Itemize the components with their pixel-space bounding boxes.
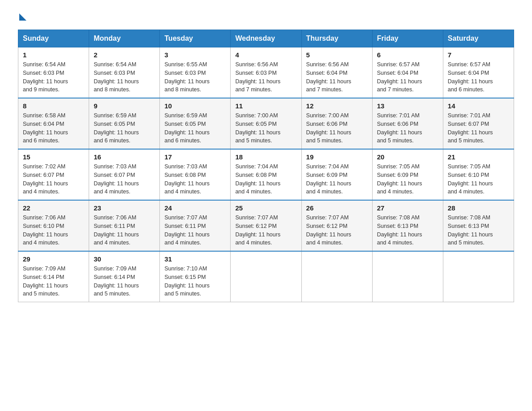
day-number: 3	[164, 51, 226, 59]
day-info: Sunrise: 7:07 AM Sunset: 6:11 PM Dayligh…	[164, 214, 226, 247]
day-info: Sunrise: 7:08 AM Sunset: 6:13 PM Dayligh…	[448, 214, 509, 247]
calendar-cell: 26 Sunrise: 7:07 AM Sunset: 6:12 PM Dayl…	[301, 200, 372, 251]
day-number: 8	[23, 102, 84, 110]
day-number: 22	[23, 204, 84, 212]
day-number: 27	[377, 204, 438, 212]
calendar-cell: 3 Sunrise: 6:55 AM Sunset: 6:03 PM Dayli…	[160, 47, 231, 98]
day-number: 20	[377, 153, 438, 161]
day-number: 12	[306, 102, 368, 110]
day-number: 14	[448, 102, 509, 110]
calendar-cell: 27 Sunrise: 7:08 AM Sunset: 6:13 PM Dayl…	[372, 200, 443, 251]
calendar-cell: 5 Sunrise: 6:56 AM Sunset: 6:04 PM Dayli…	[301, 47, 372, 98]
calendar-cell: 16 Sunrise: 7:03 AM Sunset: 6:07 PM Dayl…	[89, 149, 160, 200]
day-info: Sunrise: 7:05 AM Sunset: 6:09 PM Dayligh…	[377, 163, 438, 196]
day-info: Sunrise: 6:58 AM Sunset: 6:04 PM Dayligh…	[23, 111, 84, 145]
day-number: 10	[164, 102, 226, 110]
day-info: Sunrise: 7:04 AM Sunset: 6:08 PM Dayligh…	[235, 163, 296, 196]
calendar-cell: 8 Sunrise: 6:58 AM Sunset: 6:04 PM Dayli…	[18, 98, 89, 149]
day-info: Sunrise: 7:06 AM Sunset: 6:11 PM Dayligh…	[94, 214, 155, 247]
calendar-cell: 11 Sunrise: 7:00 AM Sunset: 6:05 PM Dayl…	[231, 98, 301, 149]
day-number: 31	[164, 255, 226, 263]
day-info: Sunrise: 7:04 AM Sunset: 6:09 PM Dayligh…	[306, 163, 368, 196]
day-number: 11	[235, 102, 296, 110]
logo	[18, 13, 26, 21]
day-number: 30	[94, 255, 155, 263]
calendar-cell: 29 Sunrise: 7:09 AM Sunset: 6:14 PM Dayl…	[18, 251, 89, 302]
day-number: 9	[94, 102, 155, 110]
weekday-header-wednesday: Wednesday	[231, 30, 301, 47]
calendar-cell: 21 Sunrise: 7:05 AM Sunset: 6:10 PM Dayl…	[443, 149, 514, 200]
day-number: 18	[235, 153, 296, 161]
day-info: Sunrise: 7:00 AM Sunset: 6:05 PM Dayligh…	[235, 111, 296, 145]
day-info: Sunrise: 6:55 AM Sunset: 6:03 PM Dayligh…	[164, 60, 226, 94]
calendar-cell: 19 Sunrise: 7:04 AM Sunset: 6:09 PM Dayl…	[301, 149, 372, 200]
calendar-cell: 7 Sunrise: 6:57 AM Sunset: 6:04 PM Dayli…	[443, 47, 514, 98]
day-info: Sunrise: 6:59 AM Sunset: 6:05 PM Dayligh…	[164, 111, 226, 145]
day-number: 25	[235, 204, 296, 212]
day-number: 28	[448, 204, 509, 212]
calendar-cell: 30 Sunrise: 7:09 AM Sunset: 6:14 PM Dayl…	[89, 251, 160, 302]
calendar-cell: 2 Sunrise: 6:54 AM Sunset: 6:03 PM Dayli…	[89, 47, 160, 98]
calendar-week-5: 29 Sunrise: 7:09 AM Sunset: 6:14 PM Dayl…	[18, 251, 514, 302]
day-info: Sunrise: 6:54 AM Sunset: 6:03 PM Dayligh…	[23, 60, 84, 94]
weekday-header-thursday: Thursday	[301, 30, 372, 47]
day-number: 1	[23, 51, 84, 59]
calendar-cell: 12 Sunrise: 7:00 AM Sunset: 6:06 PM Dayl…	[301, 98, 372, 149]
day-info: Sunrise: 7:02 AM Sunset: 6:07 PM Dayligh…	[23, 163, 84, 196]
calendar-cell: 17 Sunrise: 7:03 AM Sunset: 6:08 PM Dayl…	[160, 149, 231, 200]
day-info: Sunrise: 7:03 AM Sunset: 6:07 PM Dayligh…	[94, 163, 155, 196]
day-number: 5	[306, 51, 368, 59]
day-info: Sunrise: 7:06 AM Sunset: 6:10 PM Dayligh…	[23, 214, 84, 247]
day-info: Sunrise: 6:57 AM Sunset: 6:04 PM Dayligh…	[448, 60, 509, 94]
calendar-cell: 14 Sunrise: 7:01 AM Sunset: 6:07 PM Dayl…	[443, 98, 514, 149]
day-info: Sunrise: 7:10 AM Sunset: 6:15 PM Dayligh…	[164, 265, 226, 298]
calendar-cell: 6 Sunrise: 6:57 AM Sunset: 6:04 PM Dayli…	[372, 47, 443, 98]
day-number: 24	[164, 204, 226, 212]
day-number: 6	[377, 51, 438, 59]
calendar-cell: 28 Sunrise: 7:08 AM Sunset: 6:13 PM Dayl…	[443, 200, 514, 251]
day-number: 29	[23, 255, 84, 263]
day-number: 4	[235, 51, 296, 59]
weekday-header-friday: Friday	[372, 30, 443, 47]
calendar-cell	[231, 251, 301, 302]
calendar-week-4: 22 Sunrise: 7:06 AM Sunset: 6:10 PM Dayl…	[18, 200, 514, 251]
calendar-week-3: 15 Sunrise: 7:02 AM Sunset: 6:07 PM Dayl…	[18, 149, 514, 200]
day-number: 15	[23, 153, 84, 161]
day-info: Sunrise: 6:57 AM Sunset: 6:04 PM Dayligh…	[377, 60, 438, 94]
day-info: Sunrise: 7:01 AM Sunset: 6:06 PM Dayligh…	[377, 111, 438, 145]
day-number: 2	[94, 51, 155, 59]
calendar-cell: 15 Sunrise: 7:02 AM Sunset: 6:07 PM Dayl…	[18, 149, 89, 200]
calendar-week-2: 8 Sunrise: 6:58 AM Sunset: 6:04 PM Dayli…	[18, 98, 514, 149]
calendar-cell: 13 Sunrise: 7:01 AM Sunset: 6:06 PM Dayl…	[372, 98, 443, 149]
day-info: Sunrise: 6:59 AM Sunset: 6:05 PM Dayligh…	[94, 111, 155, 145]
day-number: 13	[377, 102, 438, 110]
weekday-header-tuesday: Tuesday	[160, 30, 231, 47]
calendar-cell	[443, 251, 514, 302]
calendar-cell: 25 Sunrise: 7:07 AM Sunset: 6:12 PM Dayl…	[231, 200, 301, 251]
calendar-cell: 22 Sunrise: 7:06 AM Sunset: 6:10 PM Dayl…	[18, 200, 89, 251]
calendar-cell: 20 Sunrise: 7:05 AM Sunset: 6:09 PM Dayl…	[372, 149, 443, 200]
calendar-cell: 4 Sunrise: 6:56 AM Sunset: 6:03 PM Dayli…	[231, 47, 301, 98]
calendar-cell: 23 Sunrise: 7:06 AM Sunset: 6:11 PM Dayl…	[89, 200, 160, 251]
page-header	[18, 13, 514, 21]
day-info: Sunrise: 7:01 AM Sunset: 6:07 PM Dayligh…	[448, 111, 509, 145]
day-info: Sunrise: 6:54 AM Sunset: 6:03 PM Dayligh…	[94, 60, 155, 94]
calendar-cell	[372, 251, 443, 302]
day-info: Sunrise: 7:08 AM Sunset: 6:13 PM Dayligh…	[377, 214, 438, 247]
day-info: Sunrise: 7:09 AM Sunset: 6:14 PM Dayligh…	[94, 265, 155, 298]
calendar-cell: 1 Sunrise: 6:54 AM Sunset: 6:03 PM Dayli…	[18, 47, 89, 98]
day-number: 16	[94, 153, 155, 161]
weekday-header-sunday: Sunday	[18, 30, 89, 47]
calendar-cell: 31 Sunrise: 7:10 AM Sunset: 6:15 PM Dayl…	[160, 251, 231, 302]
day-number: 26	[306, 204, 368, 212]
day-number: 23	[94, 204, 155, 212]
day-number: 19	[306, 153, 368, 161]
calendar-table: SundayMondayTuesdayWednesdayThursdayFrid…	[18, 30, 514, 302]
day-number: 7	[448, 51, 509, 59]
calendar-cell: 10 Sunrise: 6:59 AM Sunset: 6:05 PM Dayl…	[160, 98, 231, 149]
calendar-week-1: 1 Sunrise: 6:54 AM Sunset: 6:03 PM Dayli…	[18, 47, 514, 98]
weekday-header-monday: Monday	[89, 30, 160, 47]
calendar-cell	[301, 251, 372, 302]
day-info: Sunrise: 7:07 AM Sunset: 6:12 PM Dayligh…	[235, 214, 296, 247]
day-info: Sunrise: 6:56 AM Sunset: 6:03 PM Dayligh…	[235, 60, 296, 94]
